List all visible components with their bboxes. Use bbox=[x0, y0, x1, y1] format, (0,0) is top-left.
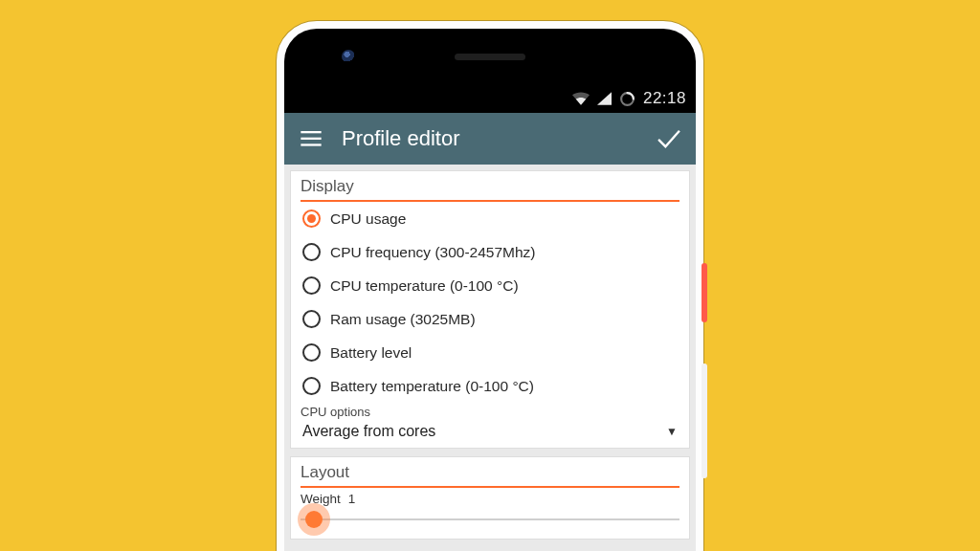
wifi-icon bbox=[572, 92, 590, 105]
display-option[interactable]: CPU frequency (300-2457Mhz) bbox=[301, 235, 679, 269]
display-option-label: Ram usage (3025MB) bbox=[330, 311, 476, 328]
status-bar: 22:18 bbox=[284, 84, 696, 113]
status-clock: 22:18 bbox=[643, 89, 686, 108]
display-option-label: CPU frequency (300-2457Mhz) bbox=[330, 244, 536, 261]
menu-button[interactable] bbox=[298, 125, 324, 152]
phone-speaker-area bbox=[284, 29, 696, 84]
cell-signal-icon bbox=[597, 92, 612, 105]
display-option-label: CPU usage bbox=[330, 210, 406, 228]
volume-button[interactable] bbox=[702, 364, 707, 478]
display-option-label: CPU temperature (0-100 °C) bbox=[330, 277, 519, 295]
display-option[interactable]: Battery level bbox=[301, 336, 679, 369]
dropdown-arrow-icon: ▼ bbox=[666, 425, 678, 438]
svg-rect-3 bbox=[301, 143, 321, 145]
svg-rect-2 bbox=[301, 138, 321, 140]
slider-track bbox=[301, 518, 679, 520]
radio-icon bbox=[302, 209, 321, 228]
radio-icon bbox=[302, 310, 321, 328]
display-heading: Display bbox=[301, 175, 679, 202]
radio-icon bbox=[302, 343, 321, 362]
front-camera-icon bbox=[342, 50, 355, 63]
display-option[interactable]: CPU temperature (0-100 °C) bbox=[301, 269, 679, 302]
display-option[interactable]: Battery temperature (0-100 °C) bbox=[301, 369, 679, 403]
slider-thumb[interactable] bbox=[305, 511, 323, 528]
weight-value: 1 bbox=[348, 492, 356, 506]
screen-content: Display CPU usageCPU frequency (300-2457… bbox=[284, 165, 696, 551]
radio-icon bbox=[302, 243, 321, 261]
power-button[interactable] bbox=[702, 263, 707, 322]
radio-icon bbox=[302, 276, 321, 295]
layout-heading: Layout bbox=[301, 461, 679, 488]
svg-rect-1 bbox=[301, 131, 321, 133]
weight-slider[interactable] bbox=[301, 508, 679, 531]
display-option[interactable]: Ram usage (3025MB) bbox=[301, 302, 679, 336]
cpu-options-label: CPU options bbox=[301, 405, 679, 419]
display-option[interactable]: CPU usage bbox=[301, 202, 679, 235]
radio-icon bbox=[302, 377, 321, 395]
weight-label: Weight bbox=[301, 492, 341, 506]
layout-section: Layout Weight 1 bbox=[290, 456, 690, 540]
cpu-options-dropdown[interactable]: Average from cores ▼ bbox=[301, 419, 679, 440]
display-option-label: Battery temperature (0-100 °C) bbox=[330, 378, 534, 395]
confirm-button[interactable] bbox=[656, 125, 682, 152]
display-section: Display CPU usageCPU frequency (300-2457… bbox=[290, 170, 690, 449]
loading-spinner-icon bbox=[619, 91, 635, 107]
page-title: Profile editor bbox=[342, 126, 638, 151]
app-bar: Profile editor bbox=[284, 113, 696, 165]
phone-frame: 22:18 Profile editor Display C bbox=[277, 21, 703, 551]
speaker-grille bbox=[455, 54, 525, 60]
display-option-label: Battery level bbox=[330, 344, 412, 362]
cpu-options-value: Average from cores bbox=[302, 423, 435, 440]
